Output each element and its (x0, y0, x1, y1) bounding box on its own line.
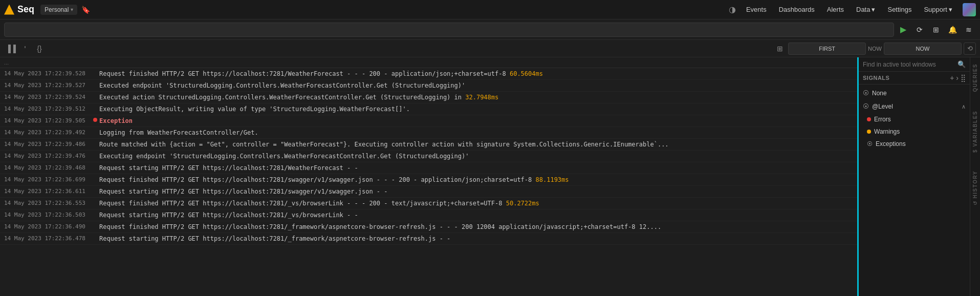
log-message: Executing endpoint 'StructuredLogging.Co… (99, 152, 853, 161)
log-indicator (91, 187, 99, 188)
tab-history[interactable]: ↺ HISTORY (971, 166, 979, 209)
time-range-selector: ⊞ NOW ⟲ (775, 42, 976, 55)
log-row[interactable]: 14 May 2023 17:22:36.503 Request startin… (0, 209, 857, 221)
quote-viz-button[interactable]: ' (18, 42, 32, 55)
tab-variables[interactable]: $ VARIABLES (971, 107, 979, 157)
right-search-input[interactable] (863, 61, 954, 68)
signal-sub-item-warnings[interactable]: Warnings (859, 125, 970, 138)
log-indicator (91, 93, 99, 94)
signal-sub-item-exceptions[interactable]: ⦿ Exceptions (859, 138, 970, 150)
log-indicator (91, 140, 99, 141)
log-indicator (91, 175, 99, 177)
signal-radio-icon: ⦿ (863, 90, 869, 97)
signals-forward-button[interactable]: › (956, 74, 959, 82)
right-search-icon[interactable]: 🔍 (957, 60, 966, 68)
log-row[interactable]: 14 May 2023 17:22:39.527 Executed endpoi… (0, 80, 857, 92)
alert-button[interactable]: 🔔 (945, 23, 960, 37)
play-button[interactable]: ▶ (896, 23, 910, 37)
nav-data[interactable]: Data ▾ (854, 5, 877, 14)
log-indicator (91, 128, 99, 130)
time-to-input[interactable] (884, 43, 962, 55)
right-panel-container: 🔍 SIGNALS + › ⣿ ⦿ None ⦿ @Level (857, 57, 980, 296)
wave-button[interactable]: ≋ (962, 23, 976, 37)
log-exception-indicator (91, 116, 99, 122)
log-row[interactable]: 14 May 2023 17:22:36.478 Request startin… (0, 233, 857, 245)
log-row[interactable]: 14 May 2023 17:22:39.476 Executing endpo… (0, 151, 857, 162)
log-message: Request starting HTTP/2 GET https://loca… (99, 234, 853, 243)
calendar-icon[interactable]: ⊞ (775, 42, 785, 55)
log-timestamp: 14 May 2023 17:22:36.699 (4, 175, 91, 183)
time-from-input[interactable] (788, 43, 866, 55)
nav-alerts[interactable]: Alerts (825, 5, 846, 14)
nav-dashboards[interactable]: Dashboards (777, 5, 817, 14)
log-timestamp: 14 May 2023 17:22:36.553 (4, 199, 91, 206)
signal-item-none[interactable]: ⦿ None (859, 87, 970, 100)
log-timestamp: 14 May 2023 17:22:39.492 (4, 128, 91, 136)
log-message: Request starting HTTP/2 GET https://loca… (99, 187, 853, 196)
top-navigation: Seq Personal ▾ 🔖 ◑ Events Dashboards Ale… (0, 0, 980, 19)
log-panel: ... 14 May 2023 17:22:39.528 Request fin… (0, 57, 857, 296)
log-timestamp: 14 May 2023 17:22:36.490 (4, 222, 91, 230)
log-timestamp: 14 May 2023 17:22:39.528 (4, 69, 91, 77)
main-area: ... 14 May 2023 17:22:39.528 Request fin… (0, 57, 980, 296)
log-row-exception[interactable]: 14 May 2023 17:22:39.505 Exception (0, 115, 857, 127)
log-header: ... (0, 57, 857, 68)
log-message: Exception (99, 116, 853, 125)
log-message: Request finished HTTP/2 GET https://loca… (99, 222, 853, 231)
nav-data-chevron-icon: ▾ (872, 6, 875, 13)
workspace-label: Personal (45, 6, 69, 13)
log-message: Request starting HTTP/2 GET https://loca… (99, 210, 853, 220)
nav-support[interactable]: Support ▾ (922, 5, 954, 14)
seq-logo-icon (4, 5, 14, 15)
signal-name: None (872, 90, 966, 97)
log-indicator (91, 210, 99, 212)
log-header-ellipsis: ... (4, 59, 9, 66)
log-indicator (91, 104, 99, 106)
signal-name: @Level (872, 103, 959, 110)
signals-add-button[interactable]: + (950, 74, 954, 82)
workspace-selector[interactable]: Personal ▾ (40, 5, 77, 15)
signal-chevron-icon: ∧ (962, 103, 966, 110)
log-timestamp: 14 May 2023 17:22:39.512 (4, 104, 91, 112)
log-row[interactable]: 14 May 2023 17:22:36.553 Request finishe… (0, 198, 857, 209)
log-row[interactable]: 14 May 2023 17:22:36.611 Request startin… (0, 186, 857, 198)
signals-grid-button[interactable]: ⣿ (961, 74, 966, 82)
app-title: Seq (17, 4, 34, 15)
grid-button[interactable]: ⊞ (929, 23, 943, 37)
log-row[interactable]: 14 May 2023 17:22:39.512 Executing Objec… (0, 103, 857, 115)
log-indicator (91, 234, 99, 236)
signals-header: SIGNALS + › ⣿ (859, 72, 970, 84)
braces-viz-button[interactable]: {} (33, 42, 46, 55)
theme-toggle-icon[interactable]: ◑ (729, 5, 736, 14)
log-row[interactable]: 14 May 2023 17:22:39.492 Logging from We… (0, 127, 857, 139)
log-message: Executed endpoint 'StructuredLogging.Con… (99, 81, 853, 90)
log-row[interactable]: 14 May 2023 17:22:39.528 Request finishe… (0, 68, 857, 80)
nav-settings[interactable]: Settings (885, 5, 913, 14)
log-indicator (91, 152, 99, 153)
log-indicator (91, 163, 99, 165)
log-row[interactable]: 14 May 2023 17:22:39.524 Executed action… (0, 92, 857, 103)
log-row[interactable]: 14 May 2023 17:22:36.699 Request finishe… (0, 174, 857, 186)
log-row[interactable]: 14 May 2023 17:22:39.486 Route matched w… (0, 139, 857, 151)
log-message: Executing ObjectResult, writing value of… (99, 104, 853, 114)
search-input[interactable] (4, 23, 894, 37)
time-to-label: NOW (868, 46, 882, 52)
nav-right-links: ◑ Events Dashboards Alerts Data ▾ Settin… (729, 3, 976, 16)
signal-item-level[interactable]: ⦿ @Level ∧ (859, 100, 970, 113)
log-timestamp: 14 May 2023 17:22:39.486 (4, 140, 91, 147)
tab-queries[interactable]: QUERIES (971, 59, 979, 96)
bar-chart-viz-button[interactable]: ▐▐ (4, 42, 17, 55)
log-row[interactable]: 14 May 2023 17:22:36.490 Request finishe… (0, 221, 857, 233)
nav-support-chevron-icon: ▾ (949, 6, 952, 13)
log-timestamp: 14 May 2023 17:22:36.478 (4, 234, 91, 242)
log-row[interactable]: 14 May 2023 17:22:39.468 Request startin… (0, 162, 857, 174)
loop-button[interactable]: ⟳ (912, 23, 927, 37)
time-refresh-button[interactable]: ⟲ (964, 43, 976, 55)
log-timestamp: 14 May 2023 17:22:39.505 (4, 116, 91, 124)
signal-sub-item-errors[interactable]: Errors (859, 113, 970, 125)
nav-events[interactable]: Events (744, 5, 769, 14)
log-message: Logging from WeatherForecastController/G… (99, 128, 853, 137)
bookmark-icon[interactable]: 🔖 (81, 6, 90, 14)
log-message: Request finished HTTP/2 GET https://loca… (99, 199, 853, 208)
user-avatar[interactable] (963, 3, 976, 16)
